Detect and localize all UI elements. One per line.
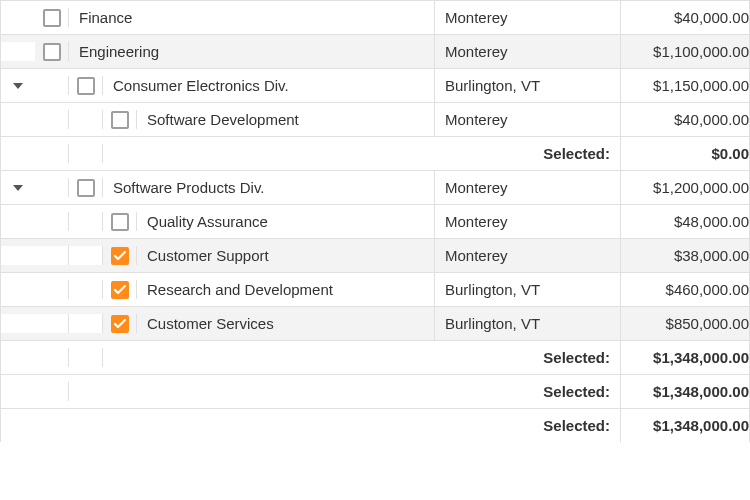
location-cell: Monterey (435, 171, 621, 204)
indent-spacer (69, 348, 103, 367)
checkbox-cell (103, 280, 137, 299)
budget-cell: $40,000.00 (621, 103, 750, 136)
indent-spacer (1, 246, 35, 265)
budget-cell: $38,000.00 (621, 239, 750, 272)
summary-label: Selected: (543, 417, 610, 434)
summary-row: Selected:$1,348,000.00 (0, 340, 750, 374)
table-row: Software Products Div.Monterey$1,200,000… (0, 170, 750, 204)
indent-spacer (35, 246, 69, 265)
table-row: Quality AssuranceMonterey$48,000.00 (0, 204, 750, 238)
indent-spacer (1, 382, 35, 401)
row-name: Research and Development (137, 281, 333, 298)
name-cell: Research and Development (1, 273, 435, 306)
indent-spacer (1, 348, 35, 367)
name-cell: Engineering (1, 35, 435, 68)
indent-spacer (1, 280, 35, 299)
summary-label-cell: Selected: (1, 409, 621, 442)
indent-spacer (35, 280, 69, 299)
expander-icon[interactable] (1, 178, 35, 197)
name-cell: Quality Assurance (1, 205, 435, 238)
row-name: Customer Services (137, 315, 274, 332)
row-checkbox[interactable] (111, 315, 129, 333)
row-checkbox[interactable] (77, 77, 95, 95)
summary-row: Selected:$0.00 (0, 136, 750, 170)
summary-value: $1,348,000.00 (621, 375, 750, 408)
location-cell: Monterey (435, 35, 621, 68)
name-cell: Consumer Electronics Div. (1, 69, 435, 102)
checkbox-cell (35, 8, 69, 27)
location-cell: Burlington, VT (435, 69, 621, 102)
indent-spacer (1, 110, 35, 129)
indent-spacer (35, 178, 69, 197)
indent-spacer (69, 212, 103, 231)
row-checkbox[interactable] (111, 281, 129, 299)
summary-value: $0.00 (621, 137, 750, 170)
location-cell: Monterey (435, 1, 621, 34)
location-cell: Monterey (435, 103, 621, 136)
tree-grid: FinanceMonterey$40,000.00EngineeringMont… (0, 0, 750, 442)
indent-spacer (69, 110, 103, 129)
budget-cell: $48,000.00 (621, 205, 750, 238)
indent-spacer (35, 348, 69, 367)
budget-cell: $460,000.00 (621, 273, 750, 306)
indent-spacer (69, 144, 103, 163)
table-row: Customer SupportMonterey$38,000.00 (0, 238, 750, 272)
checkbox-cell (103, 246, 137, 265)
summary-label-cell: Selected: (1, 341, 621, 374)
row-checkbox[interactable] (43, 43, 61, 61)
indent-spacer (1, 42, 35, 61)
row-name: Finance (69, 9, 132, 26)
table-row: Customer ServicesBurlington, VT$850,000.… (0, 306, 750, 340)
indent-spacer (69, 246, 103, 265)
row-name: Customer Support (137, 247, 269, 264)
row-checkbox[interactable] (77, 179, 95, 197)
location-cell: Monterey (435, 239, 621, 272)
budget-cell: $40,000.00 (621, 1, 750, 34)
summary-label: Selected: (543, 383, 610, 400)
indent-spacer (1, 144, 35, 163)
table-row: Software DevelopmentMonterey$40,000.00 (0, 102, 750, 136)
row-checkbox[interactable] (111, 247, 129, 265)
indent-spacer (69, 280, 103, 299)
row-name: Software Development (137, 111, 299, 128)
summary-label-cell: Selected: (1, 137, 621, 170)
summary-value: $1,348,000.00 (621, 341, 750, 374)
budget-cell: $850,000.00 (621, 307, 750, 340)
summary-label-cell: Selected: (1, 375, 621, 408)
name-cell: Customer Support (1, 239, 435, 272)
checkbox-cell (69, 178, 103, 197)
checkbox-cell (103, 314, 137, 333)
indent-spacer (35, 314, 69, 333)
row-name: Engineering (69, 43, 159, 60)
name-cell: Software Products Div. (1, 171, 435, 204)
table-row: Research and DevelopmentBurlington, VT$4… (0, 272, 750, 306)
summary-row: Selected:$1,348,000.00 (0, 408, 750, 442)
indent-spacer (35, 382, 69, 401)
row-checkbox[interactable] (111, 111, 129, 129)
summary-row: Selected:$1,348,000.00 (0, 374, 750, 408)
checkbox-cell (103, 212, 137, 231)
name-cell: Software Development (1, 103, 435, 136)
budget-cell: $1,200,000.00 (621, 171, 750, 204)
indent-spacer (1, 416, 35, 435)
budget-cell: $1,150,000.00 (621, 69, 750, 102)
table-row: Consumer Electronics Div.Burlington, VT$… (0, 68, 750, 102)
checkbox-cell (103, 110, 137, 129)
row-checkbox[interactable] (111, 213, 129, 231)
table-row: FinanceMonterey$40,000.00 (0, 0, 750, 34)
summary-label: Selected: (543, 349, 610, 366)
indent-spacer (35, 110, 69, 129)
indent-spacer (1, 8, 35, 27)
location-cell: Monterey (435, 205, 621, 238)
row-name: Quality Assurance (137, 213, 268, 230)
indent-spacer (1, 212, 35, 231)
location-cell: Burlington, VT (435, 273, 621, 306)
expander-icon[interactable] (1, 76, 35, 95)
summary-label: Selected: (543, 145, 610, 162)
name-cell: Finance (1, 1, 435, 34)
row-name: Consumer Electronics Div. (103, 77, 289, 94)
checkbox-cell (69, 76, 103, 95)
indent-spacer (35, 212, 69, 231)
location-cell: Burlington, VT (435, 307, 621, 340)
row-checkbox[interactable] (43, 9, 61, 27)
